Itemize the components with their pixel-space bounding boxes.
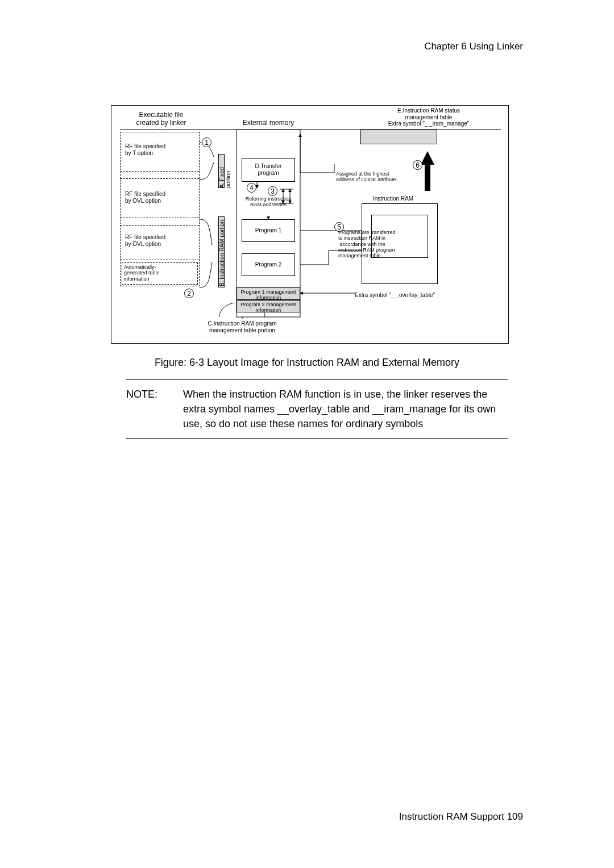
d-transfer-box: D.Transfer program xyxy=(242,158,295,182)
circled-2: 2 xyxy=(184,289,194,298)
dash-div-1 xyxy=(121,171,199,172)
prog1-box: Program 1 xyxy=(242,219,295,242)
rf-t-option: RF file specified by T option xyxy=(125,143,165,156)
note-label: NOTE: xyxy=(126,387,183,431)
dash-div-2 xyxy=(121,178,199,179)
prog1-label: Program 1 xyxy=(242,227,294,234)
note-body: When the instruction RAM function is in … xyxy=(183,387,508,431)
circled-3: 3 xyxy=(268,186,277,196)
dash-div-5 xyxy=(121,260,199,260)
circled-6: 6 xyxy=(413,160,422,170)
page-header: Chapter 6 Using Linker xyxy=(424,41,523,52)
mgmt1-box: Program 1 management information xyxy=(237,287,300,300)
mgmt2-label: Program 2 management information xyxy=(237,302,300,314)
page-footer: Instruction RAM Support 109 xyxy=(399,811,523,823)
circled-1: 1 xyxy=(202,137,211,147)
auto-table-label: Automatically- generated table informati… xyxy=(124,264,160,282)
mgmt1-label: Program 1 management information xyxy=(237,289,300,301)
dash-div-4 xyxy=(121,225,199,226)
right-title: E.Instruction RAM status management tabl… xyxy=(355,107,503,127)
note-rule-bottom xyxy=(126,438,508,439)
status-mgmt-box xyxy=(360,130,437,144)
strip-a-label: A. Fixed portion xyxy=(219,154,231,188)
strip-b-label: B. Instruction RAM portion xyxy=(219,218,225,286)
overlay-sym: Extra symbol "_ _overlay_table" xyxy=(355,292,435,299)
rf-ovl-1: RF file specified by OVL option xyxy=(125,191,165,204)
figure-layout: Executable file created by linker Extern… xyxy=(111,105,509,344)
col2-title: External memory xyxy=(237,119,300,127)
col1-title: Executable file created by linker xyxy=(120,111,202,127)
dash-div-3 xyxy=(121,218,199,218)
circled-4: 4 xyxy=(247,183,256,193)
note-rule-top xyxy=(126,379,508,380)
prog2-label: Program 2 xyxy=(242,261,294,268)
transfer-note: Programs are transferred to instruction … xyxy=(338,229,396,259)
svg-marker-6 xyxy=(421,151,434,191)
inst-ram-label: Instruction RAM xyxy=(373,195,413,202)
prog2-box: Program 2 xyxy=(242,253,295,276)
assigned-note: Assigned at the highest address of CODE … xyxy=(336,171,397,183)
rf-ovl-2: RF file specified by OVL option xyxy=(125,234,165,247)
d-transfer-label: D.Transfer program xyxy=(242,163,294,176)
mgmt2-box: Program 2 management information xyxy=(237,300,300,312)
ref-inst-label: Referring instruction RAM addresses xyxy=(239,196,297,208)
figure-caption: Figure: 6-3 Layout Image for Instruction… xyxy=(0,357,614,369)
c-label: C.Instruction RAM program management tab… xyxy=(174,320,310,333)
note-block: NOTE: When the instruction RAM function … xyxy=(126,379,508,439)
